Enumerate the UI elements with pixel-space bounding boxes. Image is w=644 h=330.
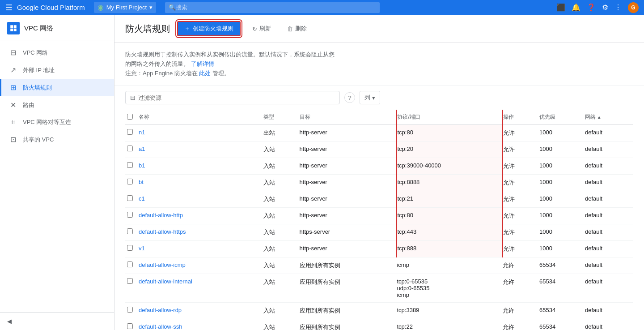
row-checkbox[interactable] [127,195,133,201]
row-checkbox[interactable] [127,278,133,284]
row-priority: 65534 [539,274,585,303]
row-name[interactable]: default-allow-internal [139,274,263,303]
columns-button[interactable]: 列 ▾ [360,91,380,104]
svg-rect-1 [14,25,17,28]
project-selector[interactable]: ◉ My First Project ▾ [94,2,156,13]
row-network: default [585,125,633,141]
help-circle-icon[interactable]: ? [344,92,355,103]
delete-button[interactable]: 🗑 删除 [283,22,311,35]
row-checkbox-cell[interactable] [125,141,139,158]
search-input[interactable] [176,4,376,11]
create-button-label: 创建防火墙规则 [193,25,233,33]
row-checkbox[interactable] [127,307,133,313]
menu-icon[interactable]: ☰ [5,3,13,13]
row-type: 入站 [263,158,299,175]
row-protocol: tcp:3389 [397,303,502,319]
project-name: My First Project [106,4,147,11]
sidebar-item-label: 路由 [23,101,34,109]
top-navigation: ☰ Google Cloud Platform ◉ My First Proje… [0,0,644,15]
row-checkbox[interactable] [127,323,133,329]
sidebar-item-label: VPC 网络对等互连 [23,118,71,126]
col-priority-header[interactable]: 优先级 [539,110,585,125]
row-checkbox-cell[interactable] [125,175,139,191]
row-checkbox[interactable] [127,245,133,251]
row-protocol: tcp:22 [397,319,502,330]
row-network: default [585,224,633,241]
row-name[interactable]: a1 [139,141,263,158]
search-bar[interactable]: 🔍 [165,2,380,13]
filter-input-wrap[interactable]: ⊟ [125,91,340,104]
row-checkbox[interactable] [127,228,133,234]
row-checkbox-cell[interactable] [125,303,139,319]
col-name-header[interactable]: 名称 [139,110,263,125]
row-name[interactable]: default-allow-rdp [139,303,263,319]
row-target: http-server [300,141,397,158]
notification-icon[interactable]: 🔔 [572,3,580,12]
cloud-shell-icon[interactable]: ⬛ [556,3,565,12]
filter-bar: ⊟ ? 列 ▾ [114,86,644,110]
row-checkbox[interactable] [127,212,133,218]
row-name[interactable]: default-allow-http [139,208,263,224]
row-checkbox-cell[interactable] [125,241,139,257]
row-name[interactable]: bt [139,175,263,191]
row-name[interactable]: c1 [139,191,263,208]
sidebar-item-routes[interactable]: ✕ 路由 [0,96,114,114]
row-checkbox[interactable] [127,146,133,151]
row-name[interactable]: n1 [139,125,263,141]
row-checkbox-cell[interactable] [125,257,139,274]
table-row: default-allow-ssh 入站 应用到所有实例 tcp:22 允许 6… [125,319,633,330]
row-checkbox[interactable] [127,129,133,135]
col-protocol-header[interactable]: 协议/端口 [397,110,502,125]
row-network: default [585,257,633,274]
row-checkbox-cell[interactable] [125,208,139,224]
row-checkbox-cell[interactable] [125,158,139,175]
row-checkbox[interactable] [127,162,133,168]
row-type: 入站 [263,241,299,257]
sidebar-collapse-button[interactable]: ◀ [0,312,114,330]
row-type: 入站 [263,208,299,224]
row-name[interactable]: default-allow-ssh [139,319,263,330]
row-checkbox-cell[interactable] [125,191,139,208]
row-checkbox-cell[interactable] [125,125,139,141]
row-network: default [585,274,633,303]
sidebar-item-external-ip[interactable]: ↗ 外部 IP 地址 [0,61,114,79]
col-type-header[interactable]: 类型 [263,110,299,125]
row-checkbox-cell[interactable] [125,274,139,303]
select-all-checkbox[interactable] [127,114,133,120]
row-name[interactable]: default-allow-icmp [139,257,263,274]
avatar[interactable]: G [628,2,639,13]
sidebar-item-peering[interactable]: ⌗ VPC 网络对等互连 [0,114,114,131]
note-line: 注意：App Engine 防火墙在 此处 管理。 [125,69,633,78]
sidebar-item-firewall[interactable]: ⊞ 防火墙规则 [0,79,114,96]
main-content: 防火墙规则 ＋ 创建防火墙规则 ↻ 刷新 🗑 删除 防火墙规则用于控制传入实例和… [114,15,644,330]
row-priority: 65534 [539,303,585,319]
more-icon[interactable]: ⋮ [614,3,622,12]
row-checkbox[interactable] [127,261,133,267]
row-checkbox[interactable] [127,179,133,184]
row-priority: 65534 [539,257,585,274]
sidebar-item-vpc-network[interactable]: ⊟ VPC 网络 [0,44,114,61]
sidebar-item-shared-vpc[interactable]: ⊡ 共享的 VPC [0,131,114,148]
settings-icon[interactable]: ⚙ [602,3,608,12]
help-icon[interactable]: ❓ [587,3,596,12]
sidebar-title: VPC 网络 [24,24,53,33]
col-action-header[interactable]: 操作 [503,110,540,125]
create-firewall-rule-button[interactable]: ＋ 创建防火墙规则 [177,21,241,36]
row-name[interactable]: v1 [139,241,263,257]
refresh-button[interactable]: ↻ 刷新 [248,22,275,35]
col-target-header[interactable]: 目标 [300,110,397,125]
search-icon: 🔍 [169,4,176,11]
filter-input[interactable] [138,94,335,101]
col-network-header[interactable]: 网络 [585,110,633,125]
row-name[interactable]: default-allow-https [139,224,263,241]
row-target: http-server [300,175,397,191]
row-name[interactable]: b1 [139,158,263,175]
note-link[interactable]: 此处 [199,70,211,77]
row-priority: 65534 [539,319,585,330]
row-checkbox-cell[interactable] [125,224,139,241]
row-priority: 1000 [539,175,585,191]
row-network: default [585,141,633,158]
row-checkbox-cell[interactable] [125,319,139,330]
select-all-header[interactable] [125,110,139,125]
learn-more-link[interactable]: 了解详情 [191,60,214,67]
